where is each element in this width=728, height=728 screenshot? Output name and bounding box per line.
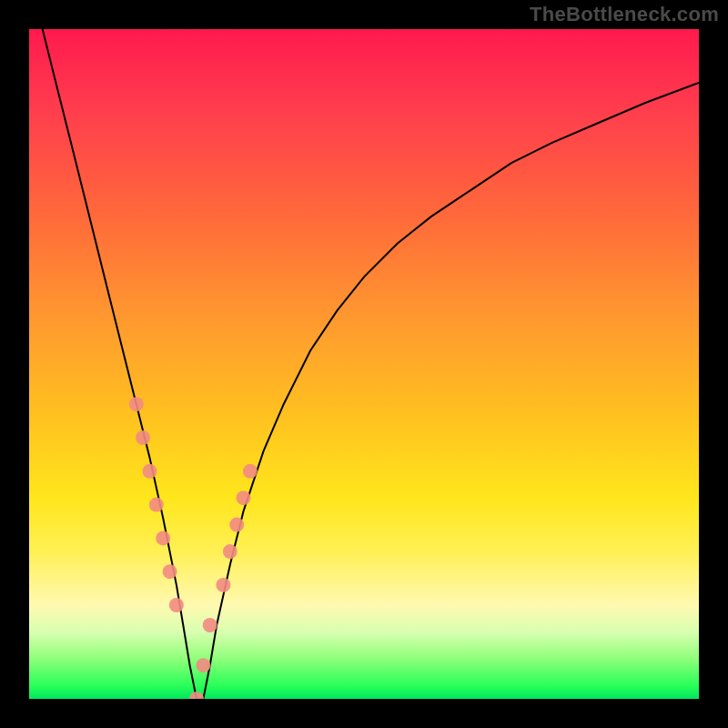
marker-dot	[196, 658, 210, 672]
marker-dot	[136, 430, 150, 445]
marker-dot	[237, 490, 251, 505]
marker-dot	[243, 464, 258, 479]
marker-dot	[156, 531, 170, 545]
marker-dots	[129, 397, 258, 699]
chart-frame: TheBottleneck.com	[0, 0, 728, 728]
marker-dot	[143, 464, 157, 479]
marker-dot	[129, 397, 144, 411]
marker-dot	[169, 598, 184, 612]
bottleneck-curve	[43, 29, 699, 699]
marker-dot	[203, 618, 217, 632]
watermark-text: TheBottleneck.com	[530, 3, 719, 26]
marker-dot	[189, 692, 204, 699]
marker-dot	[163, 564, 177, 579]
chart-svg	[29, 29, 699, 699]
marker-dot	[149, 498, 164, 512]
marker-dot	[229, 518, 244, 532]
marker-dot	[216, 578, 230, 592]
marker-dot	[223, 544, 238, 559]
plot-area	[29, 29, 699, 699]
